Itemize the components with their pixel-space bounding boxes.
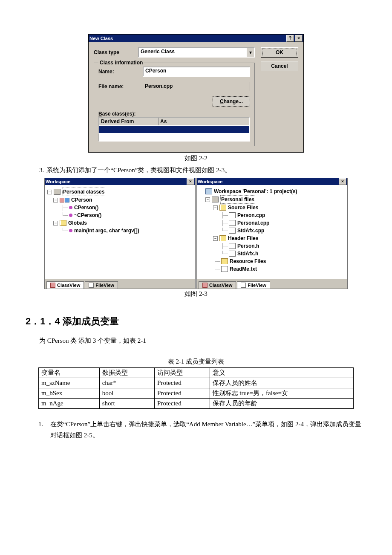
collapse-icon[interactable]: −	[47, 190, 52, 194]
classview-tree[interactable]: −Personal classes −CPerson ├─CPerson() └…	[45, 185, 195, 279]
class-type-label: Class type	[94, 49, 138, 55]
class-info-fieldset: Class information Name: CPerson File nam…	[94, 63, 255, 146]
class-icon	[65, 198, 69, 202]
tree-item[interactable]: main(int argc, char *argv[])	[74, 227, 139, 234]
tree-root[interactable]: Workspace 'Personal': 1 project(s)	[214, 188, 297, 195]
tree-root[interactable]: Personal classes	[62, 188, 105, 196]
classview-panel: Workspace × −Personal classes −CPerson ├…	[44, 178, 196, 289]
table-caption: 表 2-1 成员变量列表	[26, 358, 366, 366]
th-as: As	[159, 118, 249, 125]
th-access: 访问类型	[155, 368, 210, 378]
member-icon	[69, 229, 72, 232]
fileview-title: Workspace	[198, 179, 338, 184]
paragraph-3: 3.系统为我们添加了一个“CPerson”类，类视图和文件视图如图 2-3。	[39, 165, 366, 175]
tab-fileview[interactable]: FileView	[237, 281, 270, 289]
tree-item[interactable]: StdAfx.h	[237, 250, 258, 257]
tree-item[interactable]: StdAfx.cpp	[237, 227, 264, 234]
th-meaning: 意义	[210, 368, 353, 378]
steps-list: 1. 在类“CPerson”上单击右键，弹出快捷菜单，选取“Add Member…	[38, 419, 366, 441]
collapse-icon[interactable]: −	[213, 205, 218, 210]
folder-icon	[221, 258, 228, 264]
class-type-combo[interactable]: Generic Class ▾	[138, 47, 255, 58]
fileview-tab-icon	[89, 283, 94, 288]
project-icon	[212, 197, 219, 202]
classview-titlebar[interactable]: Workspace ×	[45, 178, 195, 185]
tab-classview[interactable]: ClassView	[199, 281, 236, 289]
name-label: Name:	[98, 69, 143, 75]
file-name-value: Person.cpp	[143, 82, 250, 91]
dialog-title: New Class	[89, 36, 285, 41]
fileview-panel: Workspace × Workspace 'Personal': 1 proj…	[196, 178, 348, 289]
th-type: 数据类型	[99, 368, 154, 378]
table-row: m_szNamechar*Protected保存人员的姓名	[39, 378, 354, 388]
tab-fileview[interactable]: FileView	[85, 281, 118, 289]
base-class-row[interactable]	[98, 134, 250, 142]
file-name-label: File name:	[98, 84, 143, 90]
fileview-tab-icon	[241, 283, 246, 288]
collapse-icon[interactable]: −	[213, 236, 218, 241]
folder-open-icon	[60, 220, 66, 226]
collapse-icon[interactable]: −	[53, 198, 58, 202]
base-class-label: Base class(es):	[98, 111, 135, 117]
classes-icon	[54, 189, 61, 195]
section-intro: 为 CPerson 类 添加 3 个变量，如表 2-1	[39, 335, 366, 346]
figure-caption-2-2: 如图 2-2	[26, 154, 366, 162]
class-type-value: Generic Class	[139, 48, 247, 57]
list-item: 1. 在类“CPerson”上单击右键，弹出快捷菜单，选取“Add Member…	[38, 419, 366, 441]
close-icon[interactable]: ×	[339, 178, 346, 185]
tree-item[interactable]: CPerson()	[74, 204, 98, 211]
tree-item[interactable]: Person.h	[237, 242, 259, 250]
ok-button[interactable]: OK	[261, 47, 298, 58]
tree-item[interactable]: Resource Files	[230, 257, 266, 265]
class-info-legend: Class information	[98, 60, 144, 66]
member-variable-table: 变量名 数据类型 访问类型 意义 m_szNamechar*Protected保…	[38, 367, 354, 409]
class-icon	[60, 198, 64, 202]
classview-title: Workspace	[46, 179, 186, 184]
folder-open-icon	[219, 205, 226, 211]
collapse-icon[interactable]: −	[53, 221, 58, 225]
table-row: 变量名 数据类型 访问类型 意义	[39, 368, 354, 378]
file-icon	[229, 228, 236, 234]
fileview-tree[interactable]: Workspace 'Personal': 1 project(s) −Pers…	[197, 185, 347, 279]
th-name: 变量名	[39, 368, 100, 378]
classview-tab-icon	[50, 283, 55, 288]
base-class-selrow[interactable]	[98, 126, 250, 134]
tree-item[interactable]: Header Files	[228, 234, 258, 242]
tree-item[interactable]: Personal.cpp	[237, 219, 269, 227]
change-button[interactable]: Change...	[213, 96, 250, 107]
tree-item[interactable]: Personal files	[220, 195, 255, 204]
file-icon	[221, 266, 228, 272]
file-icon	[229, 212, 236, 218]
tree-item[interactable]: Person.cpp	[237, 211, 265, 219]
chevron-down-icon[interactable]: ▾	[247, 48, 254, 57]
close-icon[interactable]: ×	[187, 178, 194, 185]
classview-tab-icon	[202, 283, 208, 288]
table-row: m_bSexboolProtected性别标志 true=男，false=女	[39, 388, 354, 399]
tree-item[interactable]: Source Files	[228, 204, 258, 211]
base-class-header: Derived From As	[98, 117, 250, 126]
tree-item[interactable]: CPerson	[71, 196, 92, 204]
figure-caption-2-3: 如图 2-3	[26, 290, 366, 298]
section-heading: 2．1．4 添加成员变量	[26, 315, 366, 328]
fileview-titlebar[interactable]: Workspace ×	[197, 178, 347, 185]
collapse-icon[interactable]: −	[205, 197, 210, 202]
th-derived-from: Derived From	[99, 118, 159, 125]
file-icon	[229, 243, 236, 249]
file-icon	[229, 251, 236, 257]
member-icon	[69, 214, 72, 217]
tree-item[interactable]: ReadMe.txt	[230, 265, 257, 273]
tree-item[interactable]: Globals	[68, 219, 87, 227]
dialog-titlebar[interactable]: New Class ? ×	[89, 35, 303, 42]
close-icon[interactable]: ×	[295, 35, 303, 42]
help-icon[interactable]: ?	[286, 35, 294, 42]
file-icon	[229, 220, 236, 226]
tree-item[interactable]: ~CPerson()	[74, 211, 101, 219]
fileview-tabs: ClassView FileView	[197, 279, 347, 289]
workspace-icon	[205, 188, 212, 194]
tab-classview[interactable]: ClassView	[46, 281, 84, 289]
table-row: m_nAgeshortProtected保存人员的年龄	[39, 399, 354, 409]
name-input[interactable]: CPerson	[143, 66, 250, 77]
cancel-button[interactable]: Cancel	[261, 61, 298, 71]
member-icon	[69, 206, 72, 209]
classview-tabs: ClassView FileView	[45, 279, 195, 289]
